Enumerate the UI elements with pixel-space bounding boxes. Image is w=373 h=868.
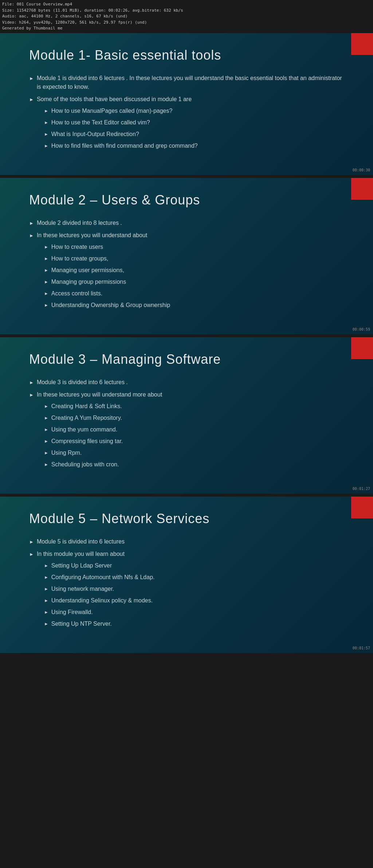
sub-bullet-arrow-icon: ► bbox=[44, 586, 48, 592]
sub-bullet-item-1-1-1: ►How to create groups, bbox=[44, 254, 170, 263]
sub-bullet-text-1-1-0: How to create users bbox=[51, 243, 103, 251]
slide-module1: Module 1- Basic essential tools►Module 1… bbox=[0, 33, 373, 175]
sub-bullet-list-1-1: ►How to create users►How to create group… bbox=[44, 243, 170, 310]
bullet-arrow-icon: ► bbox=[29, 75, 34, 82]
bullet-list-module3: ►Module 3 is divided into 6 lectures .►I… bbox=[29, 378, 344, 472]
file-info-bar: File: 001 Course Overview.mp4 Size: 1154… bbox=[0, 0, 373, 33]
sub-bullet-list-2-1: ►Creating Hard & Soft Links.►Creating A … bbox=[44, 402, 162, 469]
sub-bullet-text-2-1-5: Scheduling jobs with cron. bbox=[51, 460, 119, 469]
bullet-item-1-1: ►In these lectures you will understand a… bbox=[29, 231, 344, 312]
bullet-list-module5: ►Module 5 is divided into 6 lectures►In … bbox=[29, 537, 344, 631]
sub-bullet-item-2-1-1: ►Creating A Yum Repository. bbox=[44, 414, 162, 422]
sub-bullet-text-1-1-1: How to create groups, bbox=[51, 254, 109, 263]
sub-bullet-item-0-1-2: ►What is Input-Output Redirection? bbox=[44, 130, 198, 139]
sub-bullet-arrow-icon: ► bbox=[44, 621, 48, 627]
slide-title-module5: Module 5 – Network Services bbox=[29, 511, 344, 526]
bullet-item-0-0: ►Module 1 is divided into 6 lectures . I… bbox=[29, 74, 344, 91]
sub-bullet-text-2-1-1: Creating A Yum Repository. bbox=[51, 414, 122, 422]
sub-bullet-item-2-1-3: ►Compressing files using tar. bbox=[44, 437, 162, 446]
timestamp-module3: 00:01:27 bbox=[353, 487, 370, 491]
sub-bullet-arrow-icon: ► bbox=[44, 244, 48, 250]
sub-bullet-arrow-icon: ► bbox=[44, 450, 48, 456]
sub-bullet-arrow-icon: ► bbox=[44, 108, 48, 114]
sub-bullet-text-0-1-0: How to use ManualPages called (man)-page… bbox=[51, 107, 173, 115]
bullet-text-1-0: Module 2 divided into 8 lectures . bbox=[37, 219, 122, 227]
bullet-item-3-1: ►In this module you will learn about►Set… bbox=[29, 550, 344, 631]
sub-bullet-arrow-icon: ► bbox=[44, 597, 48, 604]
sub-bullet-item-1-1-3: ►Managing group permissions bbox=[44, 278, 170, 286]
bullet-text-3-1: In this module you will learn about►Sett… bbox=[37, 550, 155, 631]
sub-bullet-item-1-1-2: ►Managing user permissions, bbox=[44, 266, 170, 275]
sub-bullet-text-2-1-3: Compressing files using tar. bbox=[51, 437, 123, 446]
sub-bullet-arrow-icon: ► bbox=[44, 438, 48, 445]
sub-bullet-text-0-1-1: How to use the Text Editor called vim? bbox=[51, 118, 150, 127]
sub-bullet-arrow-icon: ► bbox=[44, 415, 48, 421]
sub-bullet-arrow-icon: ► bbox=[44, 426, 48, 433]
red-corner-decoration bbox=[351, 178, 373, 200]
sub-bullet-text-0-1-3: How to find files with find command and … bbox=[51, 142, 198, 150]
sub-bullet-list-3-1: ►Setting Up Ldap Server►Configuring Auto… bbox=[44, 561, 155, 628]
sub-bullet-text-2-1-2: Using the yum command. bbox=[51, 425, 117, 434]
red-corner-decoration bbox=[351, 33, 373, 55]
file-info-line3: Audio: aac, 44100 Hz, 2 channels, s16, 6… bbox=[2, 13, 371, 20]
sub-bullet-text-1-1-2: Managing user permissions, bbox=[51, 266, 124, 275]
sub-bullet-arrow-icon: ► bbox=[44, 403, 48, 410]
sub-bullet-list-0-1: ►How to use ManualPages called (man)-pag… bbox=[44, 107, 198, 150]
sub-bullet-text-2-1-4: Using Rpm. bbox=[51, 449, 82, 457]
bullet-list-module1: ►Module 1 is divided into 6 lectures . I… bbox=[29, 74, 344, 153]
sub-bullet-item-3-1-2: ►Using network manager. bbox=[44, 585, 155, 593]
bullet-arrow-icon: ► bbox=[29, 391, 34, 399]
sub-bullet-arrow-icon: ► bbox=[44, 562, 48, 569]
bullet-text-0-1: Some of the tools that have been discuss… bbox=[37, 95, 198, 153]
sub-bullet-item-0-1-1: ►How to use the Text Editor called vim? bbox=[44, 118, 198, 127]
sub-bullet-text-3-1-1: Configuring Automount with Nfs & Ldap. bbox=[51, 573, 155, 582]
red-corner-decoration bbox=[351, 497, 373, 518]
file-info-line5: Generated by Thumbnail me bbox=[2, 25, 371, 32]
sub-bullet-item-3-1-0: ►Setting Up Ldap Server bbox=[44, 561, 155, 570]
sub-bullet-item-3-1-3: ►Understanding Selinux policy & modes. bbox=[44, 596, 155, 605]
file-info-line2: Size: 11542768 bytes (11.01 MiB), durati… bbox=[2, 8, 371, 14]
sub-bullet-arrow-icon: ► bbox=[44, 143, 48, 149]
slide-title-module1: Module 1- Basic essential tools bbox=[29, 48, 344, 63]
sub-bullet-arrow-icon: ► bbox=[44, 255, 48, 262]
bullet-arrow-icon: ► bbox=[29, 220, 34, 227]
sub-bullet-text-2-1-0: Creating Hard & Soft Links. bbox=[51, 402, 122, 411]
sub-bullet-text-0-1-2: What is Input-Output Redirection? bbox=[51, 130, 139, 139]
timestamp-module1: 00:00:30 bbox=[353, 168, 370, 172]
sub-bullet-text-1-1-5: Understanding Ownership & Group ownershi… bbox=[51, 301, 170, 310]
bullet-text-2-0: Module 3 is divided into 6 lectures . bbox=[37, 378, 128, 387]
sub-bullet-arrow-icon: ► bbox=[44, 279, 48, 285]
bullet-item-2-0: ►Module 3 is divided into 6 lectures . bbox=[29, 378, 344, 387]
sub-bullet-text-3-1-4: Using Firewalld. bbox=[51, 608, 93, 617]
slides-container: Module 1- Basic essential tools►Module 1… bbox=[0, 33, 373, 653]
sub-bullet-arrow-icon: ► bbox=[44, 119, 48, 126]
bullet-arrow-icon: ► bbox=[29, 379, 34, 386]
sub-bullet-text-3-1-3: Understanding Selinux policy & modes. bbox=[51, 596, 153, 605]
sub-bullet-text-3-1-5: Setting Up NTP Server. bbox=[51, 620, 112, 628]
bullet-item-3-0: ►Module 5 is divided into 6 lectures bbox=[29, 537, 344, 546]
bullet-arrow-icon: ► bbox=[29, 232, 34, 239]
sub-bullet-item-2-1-0: ►Creating Hard & Soft Links. bbox=[44, 402, 162, 411]
sub-bullet-item-1-1-0: ►How to create users bbox=[44, 243, 170, 251]
file-info-line4: Video: h264, yuv420p, 1280x720, 561 kb/s… bbox=[2, 20, 371, 26]
sub-bullet-text-1-1-3: Managing group permissions bbox=[51, 278, 126, 286]
slide-module2: Module 2 – Users & Groups►Module 2 divid… bbox=[0, 178, 373, 334]
bullet-text-2-1: In these lectures you will understand mo… bbox=[37, 390, 162, 472]
sub-bullet-item-2-1-4: ►Using Rpm. bbox=[44, 449, 162, 457]
sub-bullet-item-0-1-3: ►How to find files with find command and… bbox=[44, 142, 198, 150]
slide-module3: Module 3 – Managing Software►Module 3 is… bbox=[0, 337, 373, 494]
bullet-item-1-0: ►Module 2 divided into 8 lectures . bbox=[29, 219, 344, 227]
sub-bullet-item-3-1-5: ►Setting Up NTP Server. bbox=[44, 620, 155, 628]
sub-bullet-text-3-1-0: Setting Up Ldap Server bbox=[51, 561, 112, 570]
sub-bullet-arrow-icon: ► bbox=[44, 461, 48, 468]
timestamp-module2: 00:00:59 bbox=[353, 327, 370, 331]
bullet-arrow-icon: ► bbox=[29, 96, 34, 103]
sub-bullet-item-2-1-5: ►Scheduling jobs with cron. bbox=[44, 460, 162, 469]
file-info-line1: File: 001 Course Overview.mp4 bbox=[2, 1, 371, 8]
bullet-list-module2: ►Module 2 divided into 8 lectures .►In t… bbox=[29, 219, 344, 312]
sub-bullet-arrow-icon: ► bbox=[44, 267, 48, 274]
sub-bullet-item-2-1-2: ►Using the yum command. bbox=[44, 425, 162, 434]
bullet-text-0-0: Module 1 is divided into 6 lectures . In… bbox=[37, 74, 344, 91]
sub-bullet-arrow-icon: ► bbox=[44, 609, 48, 616]
sub-bullet-arrow-icon: ► bbox=[44, 302, 48, 308]
